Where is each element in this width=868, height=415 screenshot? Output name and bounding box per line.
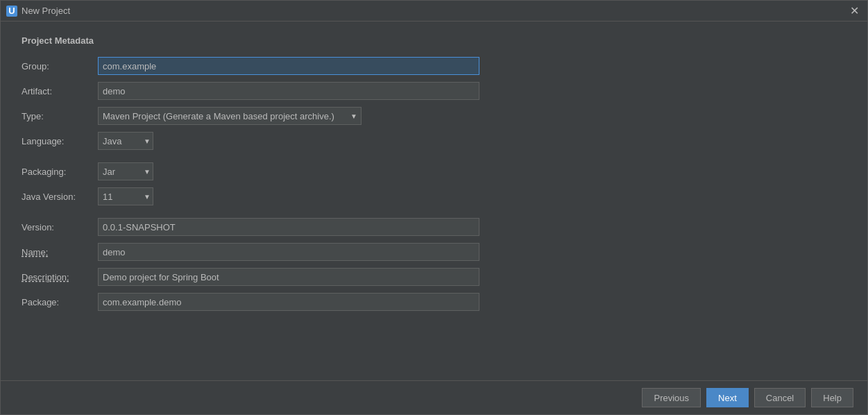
- artifact-input[interactable]: [98, 82, 479, 100]
- group-row: Group:: [22, 57, 846, 75]
- language-row: Language: Java Kotlin Groovy ▼: [22, 132, 846, 150]
- language-select[interactable]: Java Kotlin Groovy: [98, 132, 153, 150]
- package-row: Package:: [22, 293, 846, 311]
- java-version-label: Java Version:: [22, 192, 98, 202]
- package-label: Package:: [22, 297, 98, 307]
- group-input[interactable]: [98, 57, 479, 75]
- java-version-select[interactable]: 8 11 17 21: [98, 187, 153, 205]
- previous-button[interactable]: Previous: [642, 388, 701, 407]
- new-project-dialog: U New Project ✕ Project Metadata Group: …: [0, 0, 868, 415]
- app-icon: U: [6, 6, 17, 17]
- title-bar: U New Project ✕: [1, 1, 867, 22]
- description-label: Description:: [22, 272, 98, 282]
- packaging-select[interactable]: Jar War: [98, 162, 153, 180]
- cancel-button[interactable]: Cancel: [754, 388, 806, 407]
- next-button[interactable]: Next: [706, 388, 749, 407]
- language-label: Language:: [22, 136, 98, 146]
- language-select-wrapper: Java Kotlin Groovy ▼: [98, 132, 153, 150]
- version-label: Version:: [22, 222, 98, 232]
- java-version-select-wrapper: 8 11 17 21 ▼: [98, 187, 153, 205]
- packaging-select-wrapper: Jar War ▼: [98, 162, 153, 180]
- group-label: Group:: [22, 61, 98, 71]
- type-select-wrapper: Maven Project (Generate a Maven based pr…: [98, 107, 361, 125]
- help-button[interactable]: Help: [811, 388, 853, 407]
- package-input[interactable]: [98, 293, 479, 311]
- java-version-row: Java Version: 8 11 17 21 ▼: [22, 187, 846, 205]
- close-button[interactable]: ✕: [847, 4, 862, 18]
- version-row: Version:: [22, 218, 846, 236]
- type-row: Type: Maven Project (Generate a Maven ba…: [22, 107, 846, 125]
- artifact-row: Artifact:: [22, 82, 846, 100]
- artifact-label: Artifact:: [22, 86, 98, 96]
- packaging-label: Packaging:: [22, 167, 98, 177]
- type-label: Type:: [22, 111, 98, 121]
- dialog-title: New Project: [22, 6, 70, 16]
- title-bar-left: U New Project: [6, 6, 70, 17]
- dialog-body: Project Metadata Group: Artifact: Type: …: [1, 22, 867, 380]
- section-title: Project Metadata: [22, 35, 846, 46]
- name-row: Name:: [22, 243, 846, 261]
- type-select[interactable]: Maven Project (Generate a Maven based pr…: [98, 107, 361, 125]
- packaging-row: Packaging: Jar War ▼: [22, 162, 846, 180]
- description-input[interactable]: [98, 268, 479, 286]
- name-label: Name:: [22, 247, 98, 257]
- version-input[interactable]: [98, 218, 479, 236]
- dialog-footer: Previous Next Cancel Help: [1, 380, 867, 414]
- description-row: Description:: [22, 268, 846, 286]
- name-input[interactable]: [98, 243, 479, 261]
